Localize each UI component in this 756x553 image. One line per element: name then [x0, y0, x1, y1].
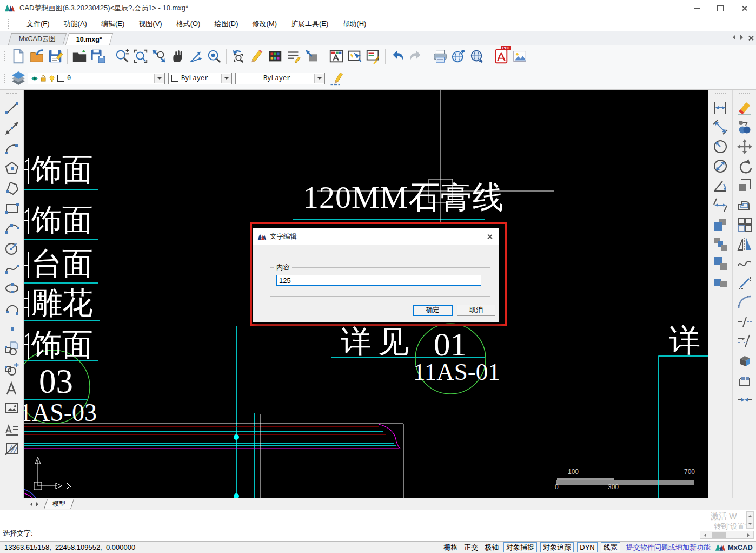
- insert-image-icon[interactable]: [510, 47, 529, 65]
- previous-view-icon[interactable]: [229, 47, 248, 65]
- menu-edit[interactable]: 编辑(E): [101, 19, 124, 29]
- toggle-ortho[interactable]: 正交: [464, 543, 478, 552]
- arc-3point-icon[interactable]: [3, 220, 21, 237]
- minimize-button[interactable]: [685, 1, 708, 16]
- multiline-text-icon[interactable]: [3, 420, 21, 437]
- cad-text-label[interactable]: 台面: [31, 247, 93, 279]
- scroll-left-icon[interactable]: [702, 533, 706, 537]
- color-dropdown-arrow-icon[interactable]: [221, 74, 231, 83]
- polygon-icon[interactable]: [3, 160, 21, 177]
- open-folder-icon[interactable]: [70, 47, 89, 65]
- scroll-up-icon[interactable]: [748, 513, 752, 517]
- spline-icon[interactable]: [3, 260, 21, 277]
- toggle-lineweight[interactable]: 线宽: [601, 542, 620, 552]
- mirror-icon[interactable]: [736, 235, 753, 253]
- linewidth-pencil-icon[interactable]: [327, 69, 346, 88]
- undo-icon[interactable]: [388, 47, 407, 65]
- menu-draw[interactable]: 绘图(D): [214, 19, 238, 29]
- rotate-icon[interactable]: [736, 157, 753, 175]
- web-transfer-icon[interactable]: [468, 47, 486, 65]
- menu-format[interactable]: 格式(O): [176, 19, 201, 29]
- join-icon[interactable]: [736, 391, 753, 409]
- maximize-button[interactable]: [708, 1, 732, 16]
- construction-line-icon[interactable]: [3, 120, 21, 137]
- cad-text-see-detail[interactable]: 详见: [341, 326, 415, 358]
- array-icon[interactable]: [736, 216, 753, 233]
- tab-mxcad-cloud[interactable]: MxCAD云图: [8, 33, 67, 45]
- polyline-edit-icon[interactable]: [736, 372, 753, 389]
- cad-text-detail-number[interactable]: 01: [434, 327, 467, 361]
- scale-copy-4-icon[interactable]: [712, 274, 729, 292]
- single-text-icon[interactable]: [3, 380, 21, 397]
- scroll-down-icon[interactable]: [748, 523, 752, 527]
- tab-current-drawing[interactable]: 10.mxg*: [65, 33, 113, 45]
- line-icon[interactable]: [3, 100, 21, 117]
- dim-aligned-icon[interactable]: [712, 119, 729, 136]
- drag-handle[interactable]: [8, 19, 10, 29]
- block-icon[interactable]: [3, 340, 21, 357]
- new-file-icon[interactable]: [9, 47, 28, 65]
- cad-text-see-detail-partial[interactable]: 详: [669, 325, 700, 357]
- text-style-icon[interactable]: [284, 47, 303, 65]
- tab-close-icon[interactable]: [748, 35, 753, 40]
- save-as-icon[interactable]: [89, 47, 107, 65]
- quick-select-icon[interactable]: [346, 47, 364, 65]
- toggle-dyn[interactable]: DYN: [577, 542, 597, 552]
- draw-axis-icon[interactable]: [187, 47, 205, 65]
- save-icon[interactable]: [46, 47, 64, 65]
- move-view-icon[interactable]: [303, 47, 321, 65]
- menu-function[interactable]: 功能(A): [64, 19, 87, 29]
- drag-handle[interactable]: [4, 51, 7, 61]
- scale-copy-1-icon[interactable]: [712, 216, 729, 233]
- dialog-title-bar[interactable]: 文字编辑: [253, 228, 499, 245]
- break-at-point-icon[interactable]: [736, 313, 753, 331]
- erase-icon[interactable]: [736, 99, 753, 116]
- dim-angular-icon[interactable]: [712, 177, 729, 194]
- close-button[interactable]: [732, 1, 756, 16]
- break-icon[interactable]: [736, 333, 753, 350]
- circle-icon[interactable]: [3, 240, 21, 257]
- layer-select[interactable]: 0: [28, 73, 165, 84]
- dim-radius-icon[interactable]: [712, 138, 729, 155]
- tab-scroll-right-icon[interactable]: [740, 35, 743, 40]
- cad-text-gypsum[interactable]: 120MM石膏线: [303, 181, 504, 214]
- layout-prev-icon[interactable]: [26, 500, 34, 509]
- publish-web-icon[interactable]: [449, 47, 468, 65]
- cad-text-detail-code[interactable]: 11AS-01: [413, 359, 500, 385]
- text-content-input[interactable]: [276, 275, 481, 286]
- stretch-icon[interactable]: [736, 177, 753, 194]
- redo-icon[interactable]: [407, 47, 425, 65]
- pan-icon[interactable]: [168, 47, 187, 65]
- cad-text-detail-number[interactable]: 03: [39, 364, 73, 400]
- layer-dropdown-arrow-icon[interactable]: [154, 74, 164, 83]
- match-properties-icon[interactable]: [364, 47, 382, 65]
- linetype-dropdown-arrow-icon[interactable]: [314, 74, 324, 83]
- dialog-close-button[interactable]: [480, 228, 499, 245]
- explode-icon[interactable]: [736, 352, 753, 370]
- offset-icon[interactable]: [736, 196, 753, 214]
- drag-handle[interactable]: [6, 93, 17, 96]
- style-manager-icon[interactable]: [327, 47, 346, 65]
- dim-offset-icon[interactable]: [712, 196, 729, 214]
- cad-text-detail-code[interactable]: 1AS-03: [24, 400, 97, 426]
- hatch-icon[interactable]: [3, 440, 21, 457]
- point-icon[interactable]: [3, 320, 21, 337]
- ellipse-icon[interactable]: [3, 280, 21, 297]
- toggle-grid[interactable]: 栅格: [443, 543, 457, 552]
- menu-view[interactable]: 视图(V): [138, 19, 162, 29]
- zoom-extents-icon[interactable]: [150, 47, 168, 65]
- scale-copy-3-icon[interactable]: [712, 255, 729, 272]
- copy-icon[interactable]: [736, 119, 753, 136]
- scroll-right-icon[interactable]: [747, 533, 752, 537]
- command-prompt[interactable]: 选择文字:: [3, 529, 33, 538]
- insert-block-icon[interactable]: [3, 360, 21, 377]
- color-select[interactable]: ByLayer: [168, 73, 232, 84]
- feedback-link[interactable]: 提交软件问题或增加新功能: [626, 543, 711, 552]
- command-line-area[interactable]: 选择文字: 激活 W 转到"设置": [0, 510, 756, 541]
- cad-text-label[interactable]: 饰面: [31, 154, 93, 186]
- export-pdf-icon[interactable]: PDF: [492, 47, 510, 65]
- linetype-select[interactable]: ByLayer: [235, 73, 325, 84]
- raster-image-icon[interactable]: [3, 400, 21, 417]
- draw-pencil-icon[interactable]: [248, 47, 266, 65]
- chamfer-arc-icon[interactable]: [736, 294, 753, 311]
